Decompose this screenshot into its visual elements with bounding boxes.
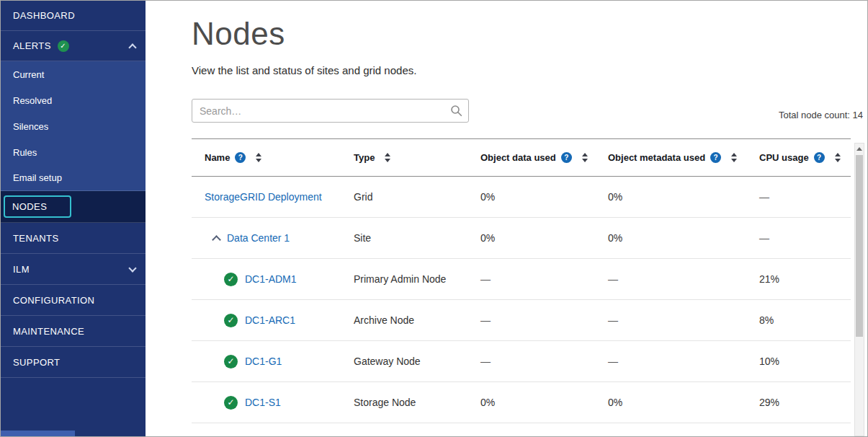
sidebar-subitem-label: Rules — [13, 147, 37, 158]
search-field-wrap — [192, 99, 469, 123]
object-metadata-used-value: — — [608, 300, 759, 341]
node-type: Storage Node — [354, 382, 480, 423]
vertical-scrollbar[interactable] — [854, 143, 864, 436]
sidebar-item-alerts-current[interactable]: Current — [1, 61, 146, 87]
search-row: Total node count: 14 — [192, 99, 863, 123]
total-node-count: Total node count: 14 — [779, 110, 863, 123]
node-link[interactable]: DC1-S1 — [245, 397, 281, 408]
nodes-table: Name ? Type — [192, 138, 851, 423]
table-row: ✓ DC1-S1 Storage Node 0% 0% 29% — [192, 382, 851, 423]
sidebar-item-alerts-silences[interactable]: Silences — [1, 113, 146, 139]
collapse-chevron-icon[interactable] — [212, 235, 221, 244]
sort-desc-icon — [731, 159, 737, 162]
sort-control[interactable] — [835, 153, 841, 162]
sidebar-item-ilm[interactable]: ILM — [1, 254, 146, 285]
page-subtitle: View the list and status of sites and gr… — [192, 64, 867, 77]
sidebar-item-label: ALERTS — [13, 40, 51, 51]
sidebar-item-alerts-rules[interactable]: Rules — [1, 139, 146, 165]
sidebar-item-tenants[interactable]: TENANTS — [1, 223, 146, 254]
table-row: ✓ DC1-ADM1 Primary Admin Node — — 21% — [192, 259, 851, 300]
column-header-object-metadata-used[interactable]: Object metadata used — [608, 152, 705, 163]
object-data-used-value: 0% — [480, 177, 608, 218]
sort-desc-icon — [582, 159, 588, 162]
scroll-up-arrow-icon — [856, 147, 862, 151]
sort-asc-icon — [731, 153, 737, 156]
sidebar-item-maintenance[interactable]: MAINTENANCE — [1, 316, 146, 347]
sidebar-item-support[interactable]: SUPPORT — [1, 347, 146, 378]
node-link[interactable]: DC1-ADM1 — [245, 273, 297, 285]
node-link[interactable]: DC1-ARC1 — [245, 314, 295, 326]
column-header-cpu-usage[interactable]: CPU usage — [759, 152, 809, 163]
sort-control[interactable] — [256, 153, 261, 162]
sidebar-scroll-strip — [1, 431, 75, 436]
sidebar-item-alerts-email-setup[interactable]: Email setup — [1, 165, 146, 191]
help-icon[interactable]: ? — [710, 152, 721, 163]
chevron-up-icon — [128, 43, 136, 51]
column-header-name[interactable]: Name — [205, 152, 230, 163]
chevron-down-icon — [128, 264, 136, 272]
sidebar-item-nodes[interactable]: NODES — [1, 191, 146, 223]
sidebar-subitem-label: Resolved — [13, 95, 52, 106]
sidebar-item-label: MAINTENANCE — [13, 326, 84, 337]
table-row: ✓ DC1-ARC1 Archive Node — — 8% — [192, 300, 851, 341]
object-data-used-value: 0% — [480, 382, 608, 423]
storagegrid-app-window: DASHBOARD ALERTS ✓ Current Resolved Sile… — [0, 0, 868, 437]
cpu-usage-value: — — [759, 177, 851, 218]
node-link[interactable]: DC1-G1 — [245, 356, 282, 367]
search-input[interactable] — [192, 99, 469, 123]
nodes-table-wrap: Name ? Type — [192, 138, 851, 423]
column-header-type[interactable]: Type — [354, 152, 375, 163]
object-data-used-value: 0% — [480, 218, 608, 259]
sort-control[interactable] — [731, 153, 737, 162]
sort-control[interactable] — [582, 153, 588, 162]
alerts-ok-badge-icon: ✓ — [58, 40, 69, 52]
node-type: Grid — [354, 177, 480, 218]
search-icon — [450, 105, 462, 117]
main-content: Nodes View the list and status of sites … — [146, 1, 867, 436]
sidebar-item-alerts[interactable]: ALERTS ✓ — [1, 31, 146, 61]
object-metadata-used-value: — — [608, 341, 759, 382]
sort-control[interactable] — [385, 153, 390, 162]
table-row: Data Center 1 Site 0% 0% — — [192, 218, 851, 259]
scrollbar-thumb[interactable] — [856, 155, 863, 337]
sort-desc-icon — [256, 159, 261, 162]
sidebar-item-label: DASHBOARD — [13, 10, 75, 21]
grid-link[interactable]: StorageGRID Deployment — [205, 191, 322, 203]
help-icon[interactable]: ? — [814, 152, 825, 163]
sidebar-item-alerts-resolved[interactable]: Resolved — [1, 87, 146, 113]
column-header-object-data-used[interactable]: Object data used — [480, 152, 556, 163]
node-status-ok-icon: ✓ — [224, 396, 238, 410]
scrollbar-up-button[interactable] — [855, 144, 864, 154]
object-data-used-value: — — [480, 341, 608, 382]
sidebar-item-label: ILM — [13, 264, 30, 275]
object-metadata-used-value: 0% — [608, 218, 759, 259]
node-type: Archive Node — [354, 300, 480, 341]
sort-asc-icon — [385, 153, 390, 156]
sort-asc-icon — [835, 153, 841, 156]
sidebar-item-label: NODES — [12, 201, 47, 212]
sidebar-item-configuration[interactable]: CONFIGURATION — [1, 285, 146, 316]
object-data-used-value: — — [480, 259, 608, 300]
cpu-usage-value: 21% — [759, 259, 851, 300]
table-row: ✓ DC1-G1 Gateway Node — — 10% — [192, 341, 851, 382]
help-icon[interactable]: ? — [235, 152, 246, 163]
sidebar: DASHBOARD ALERTS ✓ Current Resolved Sile… — [1, 1, 146, 436]
object-metadata-used-value: 0% — [608, 177, 759, 218]
node-status-ok-icon: ✓ — [224, 273, 238, 286]
object-data-used-value: — — [480, 300, 608, 341]
page-title: Nodes — [192, 15, 867, 53]
sort-desc-icon — [835, 159, 841, 162]
site-link[interactable]: Data Center 1 — [227, 232, 290, 244]
node-type: Primary Admin Node — [354, 259, 480, 300]
cpu-usage-value: — — [759, 218, 851, 259]
sidebar-item-dashboard[interactable]: DASHBOARD — [1, 1, 146, 31]
node-type: Gateway Node — [354, 341, 480, 382]
cpu-usage-value: 29% — [759, 382, 851, 423]
sort-desc-icon — [385, 159, 390, 162]
sidebar-item-label: SUPPORT — [13, 357, 60, 368]
help-icon[interactable]: ? — [561, 152, 572, 163]
table-header-row: Name ? Type — [192, 139, 851, 177]
node-status-ok-icon: ✓ — [224, 355, 238, 368]
sort-asc-icon — [256, 153, 261, 156]
table-row: StorageGRID Deployment Grid 0% 0% — — [192, 177, 851, 218]
